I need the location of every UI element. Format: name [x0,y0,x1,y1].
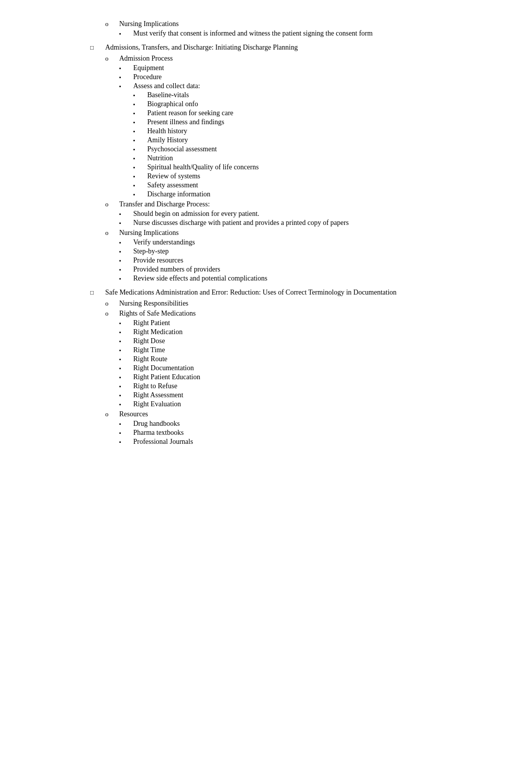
bullet-deep: ▪ [133,163,147,170]
item-text: Right Assessment [133,391,502,399]
item-text: Right Time [133,346,502,354]
list-item: ▪ Should begin on admission for every pa… [119,210,502,218]
list-item: o Nursing Implications [105,20,502,28]
list-item: □ Safe Medications Administration and Er… [90,289,502,297]
bullet-sq: ▪ [119,429,133,436]
list-item: ▪ Right Medication [119,328,502,336]
bullet-sq: ▪ [119,275,133,282]
bullet-sq: ▪ [119,82,133,89]
transfer-sub-items: ▪ Should begin on admission for every pa… [119,210,502,227]
bullet-o: o [105,310,119,318]
item-text: Baseline-vitals [147,91,502,99]
bullet-o: o [105,55,119,63]
bullet-sq: ▪ [119,319,133,326]
item-text: Safety assessment [147,181,502,189]
list-item: ▪ Right Patient [119,319,502,327]
item-text: Safe Medications Administration and Erro… [105,289,502,297]
bullet-sq: ▪ [119,210,133,217]
item-text: Must verify that consent is informed and… [133,30,502,38]
list-item: ▪ Pharma textbooks [119,429,502,437]
item-text: Right to Refuse [133,382,502,390]
item-text: Present illness and findings [147,118,502,126]
sub-items: ▪ Must verify that consent is informed a… [119,30,502,38]
bullet-deep: ▪ [133,190,147,197]
list-item: ▪ Assess and collect data: [119,82,502,90]
bullet-o: o [105,200,119,208]
item-text: Resources [119,410,502,418]
item-text: Amily History [147,136,502,144]
list-item: o Nursing Responsibilities [105,300,502,308]
admission-sub-items: ▪ Equipment ▪ Procedure ▪ Assess and col… [119,64,502,198]
bullet-sq: ▪ [119,64,133,71]
rights-sub-items: ▪ Right Patient ▪ Right Medication ▪ Rig… [119,319,502,408]
list-item: ▪ Patient reason for seeking care [133,109,502,117]
item-text: Review side effects and potential compli… [133,275,502,283]
list-item: ▪ Discharge information [133,190,502,198]
item-text: Nursing Implications [119,229,502,237]
list-item: o Resources [105,410,502,418]
bullet-sq: ▪ [119,30,133,37]
item-text: Health history [147,127,502,135]
item-text: Transfer and Discharge Process: [119,200,502,208]
item-text: Assess and collect data: [133,82,502,90]
list-item: ▪ Professional Journals [119,438,502,446]
nursing-sub-items: ▪ Verify understandings ▪ Step-by-step ▪… [119,238,502,283]
bullet-level1: □ [90,289,105,297]
bullet-deep: ▪ [133,100,147,107]
list-item: o Nursing Implications [105,229,502,237]
list-item: ▪ Drug handbooks [119,420,502,428]
assess-sub-items: ▪ Baseline-vitals ▪ Biographical onfo ▪ … [133,91,502,198]
item-text: Nurse discusses discharge with patient a… [133,219,502,227]
item-text: Admissions, Transfers, and Discharge: In… [105,44,502,52]
resources: o Resources ▪ Drug handbooks ▪ Pharma te… [105,410,502,446]
list-item: o Transfer and Discharge Process: [105,200,502,208]
item-text: Procedure [133,73,502,81]
bullet-deep: ▪ [133,181,147,188]
bullet-deep: ▪ [133,145,147,152]
section-admissions: □ Admissions, Transfers, and Discharge: … [90,44,502,283]
bullet-o: o [105,20,119,28]
bullet-sq: ▪ [119,391,133,398]
item-text: Nursing Responsibilities [119,300,502,308]
list-item: ▪ Review of systems [133,172,502,180]
item-text: Verify understandings [133,238,502,246]
item-text: Patient reason for seeking care [147,109,502,117]
bullet-sq: ▪ [119,364,133,371]
list-item: ▪ Biographical onfo [133,100,502,108]
item-text: Provided numbers of providers [133,266,502,274]
bullet-deep: ▪ [133,118,147,125]
list-item: ▪ Present illness and findings [133,118,502,126]
list-item: ▪ Right Documentation [119,364,502,372]
list-item: ▪ Health history [133,127,502,135]
item-text: Right Dose [133,337,502,345]
bullet-o: o [105,410,119,418]
list-item: ▪ Nutrition [133,154,502,162]
list-item: ▪ Right Patient Education [119,373,502,381]
list-item: □ Admissions, Transfers, and Discharge: … [90,44,502,52]
admission-process: o Admission Process ▪ Equipment ▪ Proced… [105,55,502,198]
list-item: ▪ Right Dose [119,337,502,345]
list-item: ▪ Right Assessment [119,391,502,399]
item-text: Right Medication [133,328,502,336]
item-text: Spiritual health/Quality of life concern… [147,163,502,171]
item-text: Right Route [133,355,502,363]
bullet-sq: ▪ [119,219,133,226]
bullet-sq: ▪ [119,73,133,80]
list-item: ▪ Verify understandings [119,238,502,246]
item-text: Provide resources [133,256,502,265]
bullet-sq: ▪ [119,346,133,353]
list-item: ▪ Provided numbers of providers [119,266,502,274]
rights-safe-medications: o Rights of Safe Medications ▪ Right Pat… [105,310,502,408]
bullet-deep: ▪ [133,127,147,134]
section-safe-medications: □ Safe Medications Administration and Er… [90,289,502,446]
list-item: ▪ Spiritual health/Quality of life conce… [133,163,502,171]
list-item: ▪ Right to Refuse [119,382,502,390]
bullet-sq: ▪ [119,438,133,445]
bullet-sq: ▪ [119,373,133,380]
bullet-sq: ▪ [119,337,133,344]
nursing-implications-2: o Nursing Implications ▪ Verify understa… [105,229,502,283]
item-text: Review of systems [147,172,502,180]
item-text: Psychosocial assessment [147,145,502,153]
item-text: Should begin on admission for every pati… [133,210,502,218]
list-item: ▪ Must verify that consent is informed a… [119,30,502,38]
